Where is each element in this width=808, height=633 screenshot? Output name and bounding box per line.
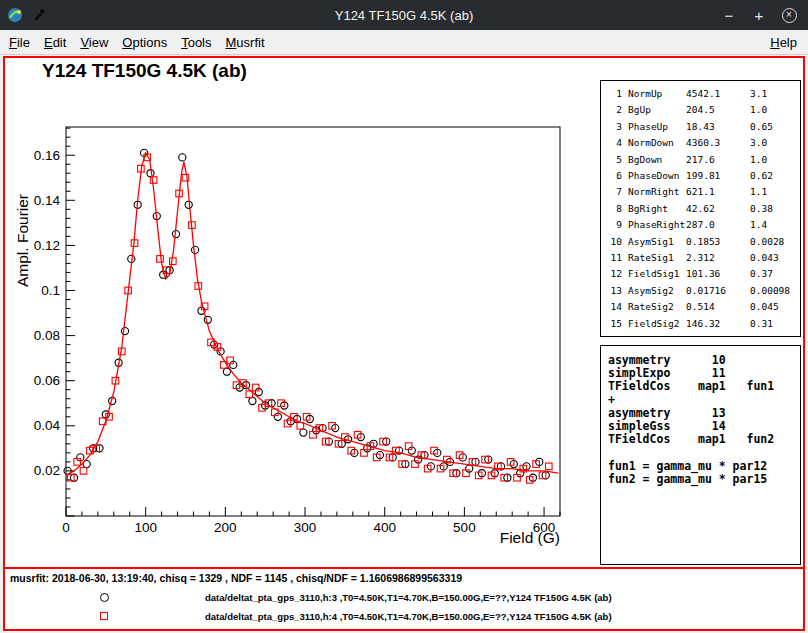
param-row: 4NormDown4360.33.0: [606, 135, 800, 151]
svg-text:0.12: 0.12: [34, 238, 60, 253]
legend: data/deltat_pta_gps_3110,h:3 ,T0=4.50K,T…: [5, 569, 803, 629]
menu-item-edit[interactable]: Edit: [37, 32, 73, 53]
svg-text:0: 0: [62, 520, 70, 535]
y-axis-title: Ampl. Fourier: [14, 194, 31, 287]
legend-marker-square: [100, 612, 108, 620]
svg-text:0.04: 0.04: [34, 418, 61, 433]
maximize-button[interactable]: +: [750, 6, 768, 24]
root-canvas[interactable]: Y124 TF150G 4.5K (ab) 010020030040050060…: [3, 56, 805, 631]
series-squares: [68, 154, 553, 483]
svg-text:500: 500: [453, 520, 476, 535]
param-row: 7NormRight621.11.1: [606, 184, 800, 200]
param-row: 11RateSig12.3120.043: [606, 250, 800, 266]
menu-item-musrfit[interactable]: Musrfit: [219, 32, 272, 53]
close-icon: ×: [782, 8, 797, 23]
param-row: 8BgRight42.620.38: [606, 201, 800, 217]
x-axis-title: Field (G): [500, 529, 560, 546]
legend-label: data/deltat_pta_gps_3110,h:4 ,T0=4.50K,T…: [205, 611, 612, 622]
plot-svg[interactable]: 01002003004005006000.020.040.060.080.10.…: [5, 58, 603, 567]
theory-line: TFieldCos map1 fun1: [608, 380, 800, 393]
param-row: 5BgDown217.61.0: [606, 152, 800, 168]
param-row: 9PhaseRight287.01.4: [606, 217, 800, 233]
param-row: 1NormUp4542.13.1: [606, 86, 800, 102]
menu-item-help[interactable]: Help: [763, 32, 804, 53]
param-row: 13AsymSig20.017160.00098: [606, 283, 800, 299]
menu-item-view[interactable]: View: [73, 32, 115, 53]
svg-text:400: 400: [373, 520, 396, 535]
theory-line: [608, 446, 800, 459]
window-title: Y124 TF150G 4.5K (ab): [0, 8, 808, 23]
svg-text:0.08: 0.08: [34, 328, 60, 343]
svg-text:0.16: 0.16: [34, 148, 60, 163]
legend-marker-circle: [100, 593, 109, 602]
svg-text:0.06: 0.06: [34, 373, 60, 388]
app-icon[interactable]: [7, 7, 23, 23]
legend-row: data/deltat_pta_gps_3110,h:3 ,T0=4.50K,T…: [5, 589, 803, 608]
param-row: 6PhaseDown199.810.62: [606, 168, 800, 184]
info-pad: musrfit: 2018-06-30, 13:19:40, chisq = 1…: [5, 567, 803, 629]
menu-item-options[interactable]: Options: [115, 32, 174, 53]
close-button[interactable]: ×: [780, 6, 798, 24]
param-row: 10AsymSig10.18530.0028: [606, 234, 800, 250]
svg-text:0.02: 0.02: [34, 463, 60, 478]
svg-text:100: 100: [134, 520, 157, 535]
legend-row: data/deltat_pta_gps_3110,h:4 ,T0=4.50K,T…: [5, 608, 803, 627]
param-row: 15FieldSig2146.320.31: [606, 316, 800, 332]
svg-text:0.14: 0.14: [34, 193, 61, 208]
param-row: 3PhaseUp18.430.65: [606, 119, 800, 135]
theory-line: TFieldCos map1 fun2: [608, 433, 800, 446]
svg-text:200: 200: [214, 520, 237, 535]
menu-item-tools[interactable]: Tools: [174, 32, 218, 53]
theory-line: +: [608, 394, 800, 407]
param-table: 1NormUp4542.13.12BgUp204.51.03PhaseUp18.…: [606, 86, 800, 332]
svg-text:300: 300: [294, 520, 317, 535]
param-row: 12FieldSig1101.360.37: [606, 266, 800, 282]
wrench-icon[interactable]: [31, 7, 47, 23]
plot-series: [64, 149, 558, 483]
parameter-pave[interactable]: 1NormUp4542.13.12BgUp204.51.03PhaseUp18.…: [600, 80, 801, 337]
theory-pave[interactable]: asymmetry 10simplExpo 11TFieldCos map1 f…: [600, 345, 801, 565]
menu-item-file[interactable]: File: [2, 32, 37, 53]
legend-label: data/deltat_pta_gps_3110,h:3 ,T0=4.50K,T…: [205, 592, 612, 603]
menubar: FileEditViewOptionsToolsMusrfit Help: [0, 30, 808, 55]
param-row: 2BgUp204.51.0: [606, 102, 800, 118]
minimize-button[interactable]: −: [720, 6, 738, 24]
theory-line: fun2 = gamma_mu * par15: [608, 473, 800, 486]
theory-line: fun1 = gamma_mu * par12: [608, 460, 800, 473]
plot-axes: 01002003004005006000.020.040.060.080.10.…: [34, 127, 560, 535]
param-row: 14RateSig20.5140.045: [606, 299, 800, 315]
series-circles: [64, 149, 549, 481]
titlebar: Y124 TF150G 4.5K (ab) − + ×: [0, 0, 808, 30]
svg-text:0.1: 0.1: [41, 283, 60, 298]
menubar-items: FileEditViewOptionsToolsMusrfit: [2, 32, 272, 53]
